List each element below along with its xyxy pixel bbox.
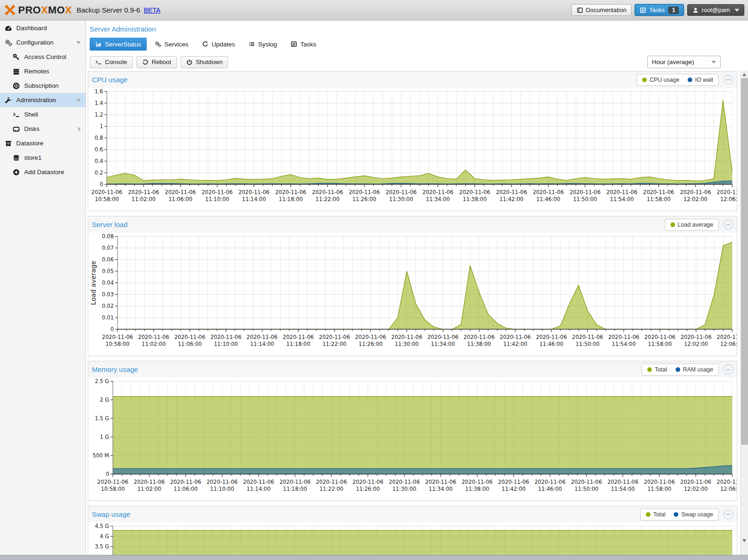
tab-serverstatus[interactable]: ServerStatus	[90, 38, 147, 51]
sidebar-item-subscription[interactable]: Subscription	[0, 78, 85, 93]
logo-wordmark: PROXMOX	[18, 4, 72, 16]
sidebar-item-shell[interactable]: Shell	[0, 107, 85, 122]
sidebar-item-disks[interactable]: Disks	[0, 122, 85, 136]
collapse-icon[interactable]	[723, 75, 733, 85]
svg-text:2020-11-06: 2020-11-06	[102, 334, 133, 340]
svg-text:2020-11-06: 2020-11-06	[280, 479, 311, 485]
collapse-icon[interactable]	[723, 220, 733, 229]
svg-text:2020-11-06: 2020-11-06	[352, 479, 384, 485]
svg-text:0.06: 0.06	[102, 256, 114, 263]
sidebar-item-add-datastore[interactable]: Add Datastore	[0, 165, 85, 179]
scroll-down-arrow[interactable]	[742, 539, 746, 542]
tab-tasks[interactable]: Tasks	[285, 38, 322, 51]
svg-text:11:18:00: 11:18:00	[279, 196, 303, 202]
svg-text:2020-11-06: 2020-11-06	[533, 189, 564, 195]
chart-title: CPU usage	[92, 76, 128, 84]
chevron-down-icon	[711, 61, 716, 64]
chevron-down-icon	[735, 9, 739, 12]
tab-services[interactable]: Services	[149, 38, 194, 51]
sidebar-item-remotes[interactable]: Remotes	[0, 64, 85, 78]
reboot-button[interactable]: Reboot	[137, 56, 177, 68]
sidebar-item-configuration[interactable]: Configuration	[0, 35, 85, 50]
wrench-icon	[5, 97, 12, 104]
svg-text:11:26:00: 11:26:00	[356, 486, 380, 492]
legend-dot-icon	[647, 367, 652, 372]
legend-dot-icon	[676, 367, 680, 372]
tab-bar: ServerStatus Services Updates Syslog Tas…	[86, 33, 748, 51]
legend-item[interactable]: IO wait	[688, 77, 713, 83]
svg-text:2020-11-06: 2020-11-06	[385, 189, 416, 195]
plus-circle-icon	[13, 169, 20, 176]
chart-legend: TotalRAM usage	[642, 364, 719, 376]
database-icon	[13, 154, 20, 162]
svg-text:2020-11-06: 2020-11-06	[389, 479, 420, 485]
collapse-icon[interactable]	[723, 509, 733, 519]
svg-text:11:50:00: 11:50:00	[573, 196, 597, 202]
legend-item[interactable]: Total	[646, 511, 665, 518]
svg-text:2020-11-06: 2020-11-06	[463, 334, 494, 340]
memory-usage-chart: 2020-11-0610:58:002020-11-0611:02:002020…	[88, 378, 737, 501]
svg-text:1.4: 1.4	[95, 100, 103, 106]
svg-text:11:42:00: 11:42:00	[503, 341, 527, 347]
svg-text:11:46:00: 11:46:00	[536, 196, 560, 202]
support-icon	[13, 82, 20, 90]
sidebar-item-datastore[interactable]: Datastore	[0, 136, 85, 150]
svg-text:12:02:00: 12:02:00	[684, 341, 708, 347]
svg-text:11:38:00: 11:38:00	[465, 486, 489, 492]
svg-text:0.07: 0.07	[102, 245, 114, 251]
proxmox-backup-server-app: PROXMOX Backup Server 0.9-6 BETA Documen…	[0, 0, 748, 560]
chevron-right-icon	[78, 127, 81, 131]
sidebar-item-store1[interactable]: store1	[0, 150, 85, 165]
refresh-icon	[202, 41, 208, 47]
beta-link[interactable]: BETA	[144, 7, 161, 14]
svg-text:2020-11-06: 2020-11-06	[608, 334, 639, 340]
documentation-button[interactable]: Documentation	[572, 4, 631, 16]
svg-text:2020-11-06: 2020-11-06	[319, 334, 350, 340]
svg-text:4.5 G: 4.5 G	[95, 523, 109, 529]
svg-text:2020-11-06: 2020-11-06	[349, 189, 380, 195]
tab-updates[interactable]: Updates	[196, 38, 241, 51]
tab-syslog[interactable]: Syslog	[243, 38, 283, 51]
svg-text:2020-11-06: 2020-11-06	[355, 334, 386, 340]
task-list-icon	[291, 41, 297, 47]
svg-text:11:38:00: 11:38:00	[463, 196, 487, 202]
svg-text:2020-11-06: 2020-11-06	[498, 479, 529, 485]
svg-text:11:26:00: 11:26:00	[352, 196, 377, 202]
svg-text:11:26:00: 11:26:00	[358, 341, 383, 347]
tasks-button[interactable]: Tasks 1	[635, 4, 684, 16]
legend-item[interactable]: Swap usage	[674, 511, 713, 518]
top-header-bar: PROXMOX Backup Server 0.9-6 BETA Documen…	[0, 0, 748, 20]
svg-text:2020-11-06: 2020-11-06	[570, 189, 601, 195]
gears-icon	[155, 41, 161, 47]
hard-disk-icon	[13, 125, 20, 133]
vertical-scrollbar[interactable]	[740, 71, 748, 555]
svg-text:2020-11-06: 2020-11-06	[170, 479, 201, 485]
svg-text:10:58:00: 10:58:00	[101, 486, 125, 492]
svg-text:11:46:00: 11:46:00	[538, 486, 562, 492]
svg-text:11:18:00: 11:18:00	[286, 341, 311, 347]
svg-text:2020-11-06: 2020-11-06	[643, 189, 674, 195]
svg-text:11:30:00: 11:30:00	[395, 341, 419, 347]
svg-text:11:18:00: 11:18:00	[283, 486, 307, 492]
svg-text:11:06:00: 11:06:00	[178, 341, 202, 347]
legend-item[interactable]: CPU usage	[642, 77, 679, 83]
page-title: Server Administration	[90, 25, 156, 33]
shutdown-button[interactable]: Shutdown	[181, 56, 228, 68]
svg-text:2020-11-06: 2020-11-06	[247, 334, 278, 340]
timeframe-select[interactable]: Hour (average)	[647, 56, 721, 68]
scrollbar-thumb[interactable]	[741, 78, 748, 445]
legend-item[interactable]: Total	[647, 366, 667, 373]
sidebar-item-access-control[interactable]: Access Control	[0, 50, 85, 64]
sidebar-item-administration[interactable]: Administration	[0, 93, 85, 107]
user-menu-button[interactable]: root@pam	[687, 4, 744, 16]
console-button[interactable]: Console	[90, 56, 133, 68]
legend-item[interactable]: RAM usage	[676, 366, 713, 373]
svg-text:Load average: Load average	[90, 260, 97, 305]
book-icon	[577, 7, 583, 13]
svg-text:2020-11-06: 2020-11-06	[681, 334, 712, 340]
legend-item[interactable]: Load average	[670, 221, 713, 228]
scroll-up-arrow[interactable]	[742, 73, 746, 76]
svg-text:2.5 G: 2.5 G	[95, 378, 109, 384]
sidebar-item-dashboard[interactable]: Dashboard	[0, 21, 85, 35]
collapse-icon[interactable]	[723, 365, 733, 374]
